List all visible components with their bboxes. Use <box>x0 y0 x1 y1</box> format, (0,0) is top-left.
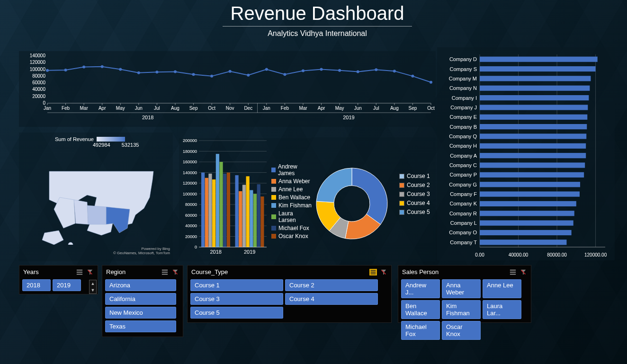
svg-text:120000: 120000 <box>30 60 46 65</box>
company-bar-chart: 0.0040000.0080000.00120000.00Company DCo… <box>437 47 615 260</box>
slicer-scrollbar[interactable]: ▲▼ <box>89 280 97 294</box>
slicer-region: Region ArizonaCaliforniaNew MexicoTexas <box>102 265 183 337</box>
grouped-bar-legend: Andrew JamesAnna WeberAnne LeeBen Wallac… <box>271 162 312 241</box>
slicer-chip[interactable]: Laura Lar... <box>483 300 521 319</box>
slicer-chip[interactable]: Anna Weber <box>442 279 481 298</box>
slicer-chip[interactable]: Course 3 <box>190 293 283 305</box>
svg-rect-133 <box>480 76 591 81</box>
legend-item: Laura Larsen <box>271 210 312 223</box>
svg-text:Dec: Dec <box>244 106 252 111</box>
svg-point-26 <box>357 71 359 73</box>
svg-rect-155 <box>480 182 580 187</box>
clear-filter-icon[interactable] <box>520 269 527 275</box>
svg-rect-117 <box>257 184 260 247</box>
svg-point-10 <box>64 69 67 71</box>
slicer-chip[interactable]: Michael Fox <box>401 321 440 340</box>
svg-text:Jan: Jan <box>263 106 270 111</box>
map-legend: Sum of Revenue <box>55 136 170 142</box>
svg-rect-114 <box>246 176 250 247</box>
svg-text:Company O: Company O <box>449 230 477 235</box>
slicer-chip[interactable]: Texas <box>105 320 176 332</box>
svg-text:Aug: Aug <box>390 106 399 111</box>
slicer-sales: Sales Person Andrew J...Anna WeberAnne L… <box>398 265 531 323</box>
svg-rect-171 <box>77 272 82 273</box>
legend-item: Ben Wallace <box>271 194 312 201</box>
slicer-chip[interactable]: Course 2 <box>285 279 378 291</box>
slicer-chip[interactable]: California <box>105 293 176 305</box>
multiselect-icon[interactable] <box>369 269 377 275</box>
slicer-chip[interactable]: Kim Fishman <box>442 300 481 319</box>
svg-rect-104 <box>208 174 212 247</box>
svg-rect-151 <box>480 162 585 168</box>
svg-rect-182 <box>510 269 516 270</box>
svg-text:20000: 20000 <box>185 234 197 239</box>
legend-item: Course 4 <box>399 200 430 206</box>
svg-rect-167 <box>480 240 566 245</box>
svg-text:Company N: Company N <box>449 85 477 91</box>
svg-rect-159 <box>480 201 576 206</box>
slicer-years: Years 20182019 ▲▼ <box>19 265 98 294</box>
multiselect-icon[interactable] <box>509 269 517 275</box>
svg-point-28 <box>393 70 396 72</box>
svg-rect-118 <box>260 196 264 247</box>
svg-rect-102 <box>201 173 205 248</box>
svg-text:Company K: Company K <box>450 201 477 206</box>
slicer-chip[interactable]: Arizona <box>105 279 176 291</box>
svg-rect-111 <box>235 175 239 247</box>
svg-rect-116 <box>253 194 257 248</box>
svg-text:Company H: Company H <box>449 143 477 149</box>
svg-rect-108 <box>223 174 226 247</box>
svg-text:2018: 2018 <box>210 249 222 255</box>
svg-text:Jan: Jan <box>44 106 51 111</box>
slicer-chip[interactable]: Course 4 <box>285 293 378 305</box>
legend-item: Oscar Knox <box>271 233 312 240</box>
svg-point-79 <box>68 242 73 245</box>
svg-rect-112 <box>239 191 242 247</box>
svg-text:May: May <box>335 106 344 111</box>
slicer-chip[interactable]: Oscar Knox <box>442 321 481 340</box>
svg-point-17 <box>192 73 195 76</box>
svg-text:Company B: Company B <box>450 124 477 130</box>
map-chart: Sum of Revenue 492984 532135 Powered by … <box>19 133 173 261</box>
svg-text:Company C: Company C <box>449 162 477 168</box>
svg-text:Company D: Company D <box>449 56 477 62</box>
slicer-chip[interactable]: Course 5 <box>190 307 283 319</box>
svg-rect-174 <box>162 269 168 270</box>
clear-filter-icon[interactable] <box>171 269 179 275</box>
svg-rect-129 <box>480 57 598 62</box>
slicer-chip[interactable]: 2018 <box>22 279 51 291</box>
slicer-chip[interactable]: Anne Lee <box>483 279 521 298</box>
svg-point-15 <box>155 71 158 73</box>
svg-text:Sep: Sep <box>189 106 198 111</box>
svg-text:40000: 40000 <box>32 87 45 92</box>
svg-rect-106 <box>216 154 219 247</box>
svg-text:Company Q: Company Q <box>449 133 477 139</box>
slicer-chip[interactable]: 2019 <box>53 279 81 291</box>
svg-text:Mar: Mar <box>80 106 89 111</box>
svg-text:Mar: Mar <box>299 106 307 111</box>
svg-rect-172 <box>77 274 82 275</box>
svg-text:Apr: Apr <box>99 106 106 111</box>
svg-point-24 <box>320 68 323 71</box>
slicer-chip[interactable]: Ben Wallace <box>401 300 440 319</box>
svg-text:Company A: Company A <box>450 153 477 159</box>
multiselect-icon[interactable] <box>76 269 83 275</box>
clear-filter-icon[interactable] <box>86 269 94 275</box>
us-map <box>22 148 173 245</box>
clear-filter-icon[interactable] <box>380 269 387 275</box>
slicer-chip[interactable]: Course 1 <box>190 279 283 291</box>
page-subtitle: Analytics Vidhya International <box>223 29 412 38</box>
svg-text:120000.00: 120000.00 <box>584 252 607 257</box>
svg-point-18 <box>210 75 213 78</box>
slicer-chip[interactable]: Andrew J... <box>401 279 440 298</box>
slicer-title: Course_Type <box>191 268 228 275</box>
dashboard-header: Revenue Dashboard Analytics Vidhya Inter… <box>223 3 412 38</box>
svg-text:Feb: Feb <box>62 106 70 111</box>
svg-point-25 <box>338 69 341 72</box>
multiselect-icon[interactable] <box>161 269 169 275</box>
grouped-bar-chart: 0200004000060000800001000001200001400001… <box>179 138 312 261</box>
svg-rect-115 <box>250 190 253 247</box>
svg-rect-165 <box>480 230 572 235</box>
slicer-chip[interactable]: New Mexico <box>105 307 176 319</box>
svg-text:Jul: Jul <box>154 106 160 111</box>
